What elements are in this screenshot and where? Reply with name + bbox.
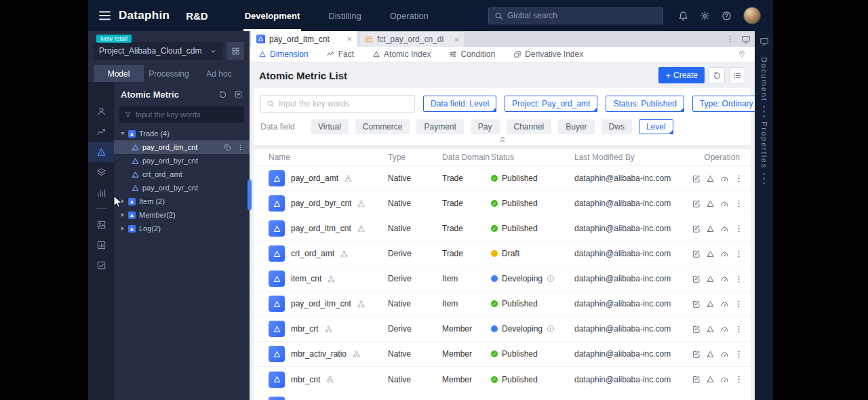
edit-icon[interactable] [692,224,701,233]
metric-name[interactable]: pay_ord_byr_cnt [291,199,351,208]
more-icon[interactable] [734,325,743,334]
copy-icon[interactable] [224,144,231,151]
metric-detail-icon[interactable] [706,174,715,183]
metric-detail-icon[interactable] [706,275,715,283]
filter-chip[interactable]: Project: Pay_ord_amt [505,96,597,112]
metric-name[interactable]: item_cnt [291,274,321,283]
caret-icon[interactable] [121,132,125,135]
metric-name[interactable]: mbr_cnt [291,375,320,384]
field-option[interactable]: Buyer [558,119,594,134]
edit-icon[interactable] [692,275,701,283]
metric-detail-icon[interactable] [706,300,715,308]
metric-name[interactable]: pay_ord_itm_cnt [291,299,351,308]
refresh-icon[interactable] [218,90,227,99]
edit-icon[interactable] [692,174,701,183]
field-option[interactable]: Dws [601,119,632,134]
metric-detail-icon[interactable] [706,199,715,208]
doc-list-icon[interactable] [234,90,243,99]
tree-item[interactable]: crt_ord_amt [114,167,250,181]
tree-group[interactable]: Member(2) [114,208,250,222]
gauge-icon[interactable] [720,375,729,384]
filter-chip[interactable]: Type: Ordinary dimension [692,96,755,112]
gear-icon[interactable] [700,11,710,21]
field-option[interactable]: Channel [507,119,552,134]
more-icon[interactable] [734,375,743,384]
more-icon[interactable] [726,35,734,43]
table-row[interactable]: pay_ord_itm_cnt Native Item Published da… [254,292,751,317]
info-icon[interactable] [547,325,555,333]
edit-icon[interactable] [692,300,701,308]
subtab-condition[interactable]: Condition [449,49,495,59]
table-row[interactable]: mbr_crt Derive Member Developing dataphi… [254,317,751,342]
field-option[interactable]: Level [639,119,673,134]
more-icon[interactable] [237,144,244,151]
gauge-icon[interactable] [720,249,729,258]
subtab-fact[interactable]: Fact [327,49,354,59]
gauge-icon[interactable] [720,275,729,283]
list-search-input[interactable] [279,99,409,108]
caret-icon[interactable] [121,199,124,203]
gauge-icon[interactable] [720,350,729,359]
caret-icon[interactable] [121,213,124,217]
close-icon[interactable]: × [454,35,459,44]
subtab-atomic-index[interactable]: Atomic Index [372,49,431,59]
table-row[interactable]: pay_ord_itm_cnt Native Trade Published d… [254,216,751,241]
global-search[interactable] [488,7,663,24]
avatar[interactable] [743,7,761,24]
project-selector[interactable]: Project_Alibaba_Cloud_cdm [94,42,222,60]
field-option[interactable]: Commerce [355,119,410,134]
list-view-button[interactable] [729,67,745,83]
gauge-icon[interactable] [720,174,729,183]
list-search[interactable] [260,95,415,113]
tab-model[interactable]: Model [94,65,144,82]
metric-name[interactable]: crt_ord_amt [291,249,334,258]
nav-operation[interactable]: Operation [390,0,429,31]
tree-group[interactable]: Item (2) [114,195,250,208]
table-row[interactable]: item_cnt Derive Item Developing dataphin… [254,266,751,292]
bar-chart-icon[interactable] [88,182,114,203]
field-option[interactable]: Virtual [311,119,349,134]
table-row[interactable]: mbr_activ_ratio Native Member Published … [254,342,751,367]
doc-tab-metric[interactable]: pay_ord_itm_cnt × [251,31,357,47]
edit-icon[interactable] [692,325,701,334]
tree-item[interactable]: pay_ord_byr_cnt [114,181,250,195]
field-option[interactable]: Pay [471,119,500,134]
more-icon[interactable] [734,249,743,258]
metric-detail-icon[interactable] [706,325,715,334]
layers-icon[interactable] [88,162,114,182]
gauge-icon[interactable] [720,224,729,233]
metric-detail-icon[interactable] [706,350,715,359]
more-icon[interactable] [734,224,743,233]
bell-icon[interactable] [678,11,688,21]
workspace-label[interactable]: R&D [186,10,208,22]
create-button[interactable]: +Create [658,67,705,83]
help-icon[interactable] [722,11,732,21]
metric-name[interactable]: mbr_activ_ratio [291,349,347,359]
tree-item[interactable]: pay_ord_itm_cnt [114,140,250,154]
nav-development[interactable]: Development [245,0,300,31]
panel-resize-handle[interactable] [248,180,252,210]
right-tab-properties[interactable]: Properties [760,121,768,169]
monitor-icon[interactable] [741,35,751,44]
metric-name[interactable]: mbr_crt [291,324,319,334]
table-row[interactable]: pay_ord_amt Native Trade Published datap… [254,166,751,191]
more-icon[interactable] [734,199,743,208]
info-icon[interactable] [547,275,555,283]
pin-icon[interactable] [738,50,746,58]
refresh-button[interactable] [709,67,725,83]
subtab-dimension[interactable]: Dimension [258,49,309,59]
tree-group[interactable]: Trade (4) [114,127,250,140]
gauge-icon[interactable] [720,300,729,308]
doc-tab-fact-table[interactable]: fct_pay_ord_cn_di × [359,31,465,47]
tree-search-input[interactable] [136,111,239,119]
global-search-input[interactable] [507,11,657,20]
metric-name[interactable]: pay_ord_itm_cnt [291,224,351,233]
collapse-filters-control[interactable] [260,134,744,145]
edit-icon[interactable] [692,199,701,208]
check-doc-icon[interactable] [88,255,114,275]
nav-distilling[interactable]: Distilling [328,0,361,31]
gauge-icon[interactable] [720,199,729,208]
filter-chip[interactable]: Status: Published [606,96,684,112]
tree-search[interactable] [119,106,244,123]
table-row[interactable]: crt_ord_amt Derive Trade Draft dataphin@… [254,241,751,266]
